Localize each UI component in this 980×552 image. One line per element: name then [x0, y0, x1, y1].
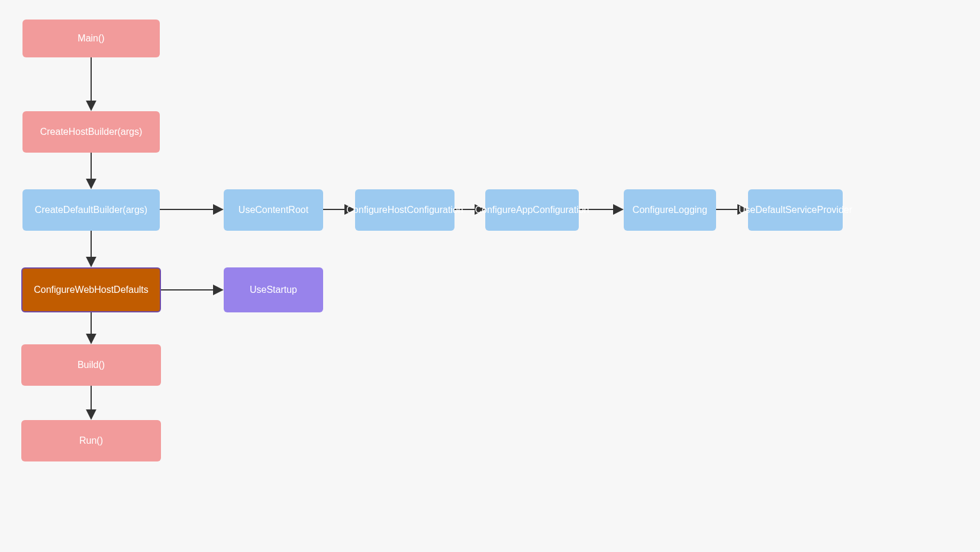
- node-use-content-root[interactable]: UseContentRoot: [224, 189, 323, 231]
- node-run[interactable]: Run(): [21, 420, 161, 461]
- diagram-canvas: Main() CreateHostBuilder(args) CreateDef…: [0, 0, 980, 552]
- node-create-default-builder[interactable]: CreateDefaultBuilder(args): [22, 189, 160, 231]
- node-create-host-builder[interactable]: CreateHostBuilder(args): [22, 111, 160, 153]
- node-configure-host-configuration[interactable]: ConfigureHostConfiguration: [355, 189, 454, 231]
- node-use-startup[interactable]: UseStartup: [224, 267, 323, 312]
- node-configure-web-host-defaults[interactable]: ConfigureWebHostDefaults: [21, 267, 161, 312]
- node-configure-logging[interactable]: ConfigureLogging: [624, 189, 716, 231]
- node-use-default-service-provider[interactable]: UseDefaultServiceProvider: [748, 189, 843, 231]
- node-main[interactable]: Main(): [22, 20, 160, 57]
- node-configure-app-configuration[interactable]: ConfigureAppConfiguration: [485, 189, 579, 231]
- node-build[interactable]: Build(): [21, 344, 161, 386]
